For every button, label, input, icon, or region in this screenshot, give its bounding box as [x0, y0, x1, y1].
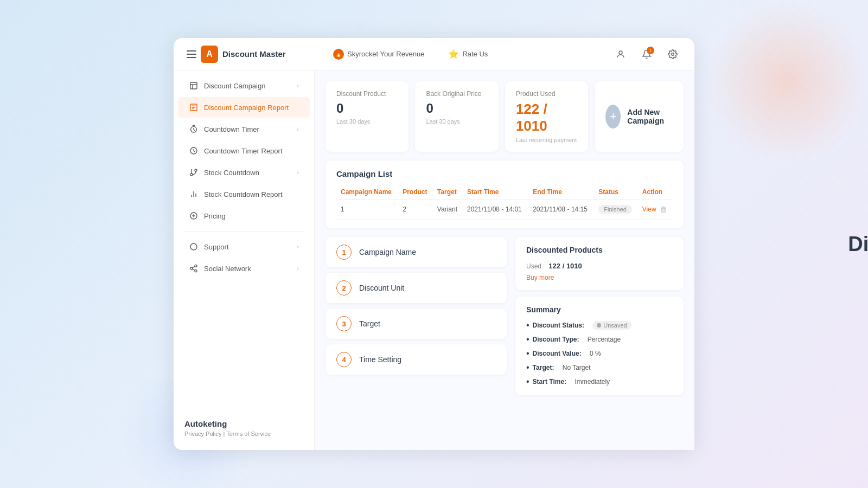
skyrocket-icon: 🔥 — [333, 49, 344, 60]
svg-point-20 — [190, 243, 197, 250]
sidebar-item-countdown-timer-report[interactable]: Countdown Timer Report — [178, 140, 310, 161]
sidebar-item-discount-campaign-report[interactable]: Discount Campaign Report — [178, 97, 310, 118]
stat-sub: Last recurring payment — [516, 137, 577, 143]
svg-point-21 — [195, 265, 197, 267]
notification-badge: 1 — [647, 47, 654, 54]
campaign-list-card: Campaign List Campaign Name Product Targ… — [326, 160, 684, 228]
settings-icon-btn[interactable] — [664, 46, 681, 63]
summary-item-type: Discount Type: Percentage — [526, 335, 673, 344]
main-content: Discount Product 0 Last 30 days Back Ori… — [315, 70, 694, 450]
sidebar-item-label: Social Network — [204, 265, 291, 273]
skyrocket-btn[interactable]: 🔥 Skyrocket Your Revenue — [328, 46, 430, 63]
header: A Discount Master 🔥 Skyrocket Your Reven… — [174, 38, 694, 70]
terms-of-service-link[interactable]: Terms of Service — [226, 431, 271, 437]
stat-value: 0 — [426, 101, 487, 116]
delete-button[interactable]: 🗑 — [660, 205, 667, 214]
user-icon-btn[interactable] — [612, 46, 629, 63]
summary-item-start-time: Start Time: Immediately — [526, 377, 673, 387]
logo-icon: A — [201, 46, 218, 63]
summary-value-start-time: Immediately — [575, 378, 610, 386]
stats-row: Discount Product 0 Last 30 days Back Ori… — [326, 81, 684, 152]
brand-name: Discount Master — [222, 49, 286, 59]
form-step-discount-unit[interactable]: 2 Discount Unit — [326, 273, 507, 303]
summary-key-value: Discount Value: — [533, 350, 582, 357]
summary-value-value: 0 % — [590, 350, 601, 357]
summary-list: Discount Status: Unsaved Discount Type: … — [526, 320, 673, 387]
report-icon — [189, 102, 199, 112]
sidebar-item-countdown-timer[interactable]: Countdown Timer › — [178, 119, 310, 139]
form-step-target[interactable]: 3 Target — [326, 309, 507, 339]
step-number-1: 1 — [336, 245, 352, 260]
sidebar-item-label: Discount Campaign Report — [204, 104, 299, 112]
stock-countdown-report-icon — [189, 189, 199, 199]
skyrocket-label: Skyrocket Your Revenue — [347, 50, 424, 58]
summary-item-target: Target: No Target — [526, 363, 673, 373]
star-icon: ⭐ — [448, 49, 459, 59]
row-name: 1 — [336, 200, 398, 220]
header-right: 1 — [612, 46, 681, 63]
step-number-4: 4 — [336, 352, 352, 367]
stock-countdown-icon — [189, 168, 199, 177]
form-section: 1 Campaign Name 2 Discount Unit 3 Target… — [326, 237, 507, 395]
sidebar-item-pricing[interactable]: Pricing — [178, 206, 310, 226]
add-campaign-card[interactable]: + Add New Campaign — [595, 81, 684, 152]
pricing-icon — [189, 211, 199, 221]
step-label-2: Discount Unit — [359, 284, 404, 292]
stat-value: 0 — [336, 101, 398, 116]
footer-links: Privacy Policy | Terms of Service — [184, 431, 303, 437]
row-start-time: 2021/11/08 - 14:01 — [463, 200, 528, 220]
sidebar-item-stock-countdown-report[interactable]: Stock Countdown Report — [178, 184, 310, 204]
sidebar-item-support[interactable]: Support › — [178, 236, 310, 257]
rate-us-label: Rate Us — [462, 50, 488, 58]
support-icon — [189, 242, 199, 252]
summary-value-target: No Target — [563, 364, 591, 371]
page-title-right: Discount Campaign — [848, 233, 868, 256]
col-product: Product — [398, 185, 433, 200]
main-card: A Discount Master 🔥 Skyrocket Your Reven… — [174, 38, 694, 450]
form-step-time-setting[interactable]: 4 Time Setting — [326, 344, 507, 375]
campaign-table: Campaign Name Product Target Start Time … — [336, 185, 673, 220]
right-section: Discounted Products Used 122 / 1010 Buy … — [515, 237, 684, 395]
notification-icon-btn[interactable]: 1 — [638, 46, 655, 63]
row-end-time: 2021/11/08 - 14:15 — [528, 200, 594, 220]
footer-brand: Autoketing — [184, 419, 303, 428]
buy-more-link[interactable]: Buy more — [526, 274, 673, 281]
campaign-list-title: Campaign List — [336, 169, 673, 178]
summary-item-status: Discount Status: Unsaved — [526, 320, 673, 330]
status-badge: Finished — [598, 205, 632, 214]
countdown-timer-icon — [189, 124, 199, 134]
hamburger-button[interactable] — [187, 50, 196, 58]
rate-us-btn[interactable]: ⭐ Rate Us — [443, 46, 493, 62]
form-step-campaign-name[interactable]: 1 Campaign Name — [326, 237, 507, 267]
sidebar-item-label: Support — [204, 243, 291, 251]
step-label-4: Time Setting — [359, 355, 401, 364]
unsaved-badge: Unsaved — [592, 321, 631, 330]
view-button[interactable]: View — [642, 206, 656, 213]
stat-value: 122 / 1010 — [516, 101, 577, 134]
add-campaign-label: Add New Campaign — [627, 108, 673, 125]
summary-key-target: Target: — [533, 364, 554, 371]
col-start-time: Start Time — [463, 185, 528, 200]
summary-title: Summary — [526, 305, 673, 314]
discounted-products-card: Discounted Products Used 122 / 1010 Buy … — [515, 237, 684, 290]
add-circle-icon: + — [605, 105, 621, 129]
body: Discount Campaign › Discount Campaign Re… — [174, 70, 694, 450]
privacy-policy-link[interactable]: Privacy Policy — [184, 431, 221, 437]
svg-point-1 — [672, 53, 674, 55]
row-action: View 🗑 — [638, 200, 673, 220]
svg-point-12 — [195, 169, 197, 171]
countdown-timer-report-icon — [189, 146, 199, 156]
user-icon — [616, 49, 626, 59]
settings-icon — [668, 49, 678, 59]
sidebar-item-label: Countdown Timer Report — [204, 147, 299, 155]
col-status: Status — [594, 185, 638, 200]
sidebar-item-stock-countdown[interactable]: Stock Countdown › — [178, 162, 310, 183]
col-action: Action — [638, 185, 673, 200]
sidebar-item-discount-campaign[interactable]: Discount Campaign › — [178, 75, 310, 96]
summary-key-type: Discount Type: — [533, 336, 579, 343]
summary-value-type: Percentage — [588, 336, 621, 343]
sidebar-item-social-network[interactable]: Social Network › — [178, 258, 310, 279]
stat-card-discount-product: Discount Product 0 Last 30 days — [326, 81, 409, 152]
svg-point-22 — [190, 267, 193, 269]
step-label-3: Target — [359, 319, 380, 328]
